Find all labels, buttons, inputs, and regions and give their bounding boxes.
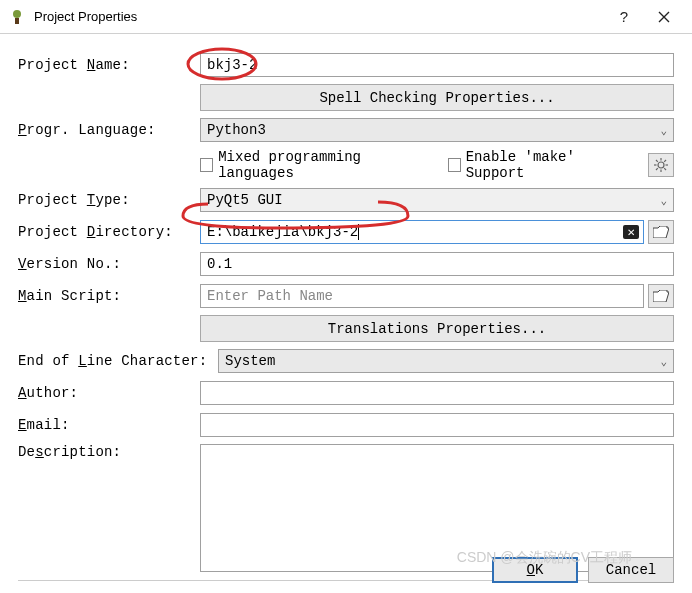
project-directory-value: E:\baikejia\bkj3-2: [207, 224, 358, 240]
svg-line-7: [656, 160, 658, 162]
checkbox-box: [448, 158, 461, 172]
main-script-input[interactable]: [200, 284, 644, 308]
cancel-button[interactable]: Cancel: [588, 557, 674, 583]
svg-line-8: [664, 168, 666, 170]
main-script-label: Main Script:: [18, 288, 200, 304]
mixed-languages-label: Mixed programming languages: [218, 149, 429, 181]
project-directory-input[interactable]: E:\baikejia\bkj3-2 ✕: [200, 220, 644, 244]
svg-line-10: [656, 168, 658, 170]
language-select[interactable]: Python3 ⌄: [200, 118, 674, 142]
chevron-down-icon: ⌄: [660, 194, 667, 207]
svg-point-0: [13, 10, 21, 18]
version-label: Version No.:: [18, 256, 200, 272]
translations-button[interactable]: Translations Properties...: [200, 315, 674, 342]
language-value: Python3: [207, 122, 266, 138]
folder-icon: [653, 226, 669, 238]
spell-checking-button[interactable]: Spell Checking Properties...: [200, 84, 674, 111]
title-bar: Project Properties ?: [0, 0, 692, 34]
project-type-select[interactable]: PyQt5 GUI ⌄: [200, 188, 674, 212]
mixed-languages-checkbox[interactable]: Mixed programming languages: [200, 149, 430, 181]
svg-point-2: [658, 162, 664, 168]
language-label: Progr. Language:: [18, 122, 200, 138]
gear-icon: [654, 158, 668, 172]
enable-make-checkbox[interactable]: Enable 'make' Support: [448, 149, 630, 181]
help-button[interactable]: ?: [604, 2, 644, 32]
project-type-label: Project Type:: [18, 192, 200, 208]
eol-label: End of Line Character:: [18, 353, 218, 369]
window-title: Project Properties: [34, 9, 604, 24]
eol-select[interactable]: System ⌄: [218, 349, 674, 373]
author-label: Author:: [18, 385, 200, 401]
settings-button[interactable]: [648, 153, 674, 177]
folder-icon: [653, 290, 669, 302]
description-label: Description:: [18, 444, 200, 460]
project-directory-label: Project Directory:: [18, 224, 200, 240]
email-input[interactable]: [200, 413, 674, 437]
dialog-content: Project Name: Spell Checking Properties.…: [0, 34, 692, 593]
project-type-value: PyQt5 GUI: [207, 192, 283, 208]
dialog-footer: OK Cancel: [492, 557, 674, 583]
svg-line-9: [664, 160, 666, 162]
description-textarea[interactable]: [200, 444, 674, 572]
clear-icon[interactable]: ✕: [623, 225, 639, 239]
version-input[interactable]: [200, 252, 674, 276]
checkbox-box: [200, 158, 213, 172]
email-label: Email:: [18, 417, 200, 433]
enable-make-label: Enable 'make' Support: [466, 149, 630, 181]
project-name-input[interactable]: [200, 53, 674, 77]
project-name-label: Project Name:: [18, 57, 200, 73]
chevron-down-icon: ⌄: [660, 355, 667, 368]
author-input[interactable]: [200, 381, 674, 405]
close-button[interactable]: [644, 2, 684, 32]
chevron-down-icon: ⌄: [660, 124, 667, 137]
svg-rect-1: [15, 18, 19, 24]
browse-script-button[interactable]: [648, 284, 674, 308]
eol-value: System: [225, 353, 275, 369]
app-icon: [8, 8, 26, 26]
ok-button[interactable]: OK: [492, 557, 578, 583]
browse-directory-button[interactable]: [648, 220, 674, 244]
